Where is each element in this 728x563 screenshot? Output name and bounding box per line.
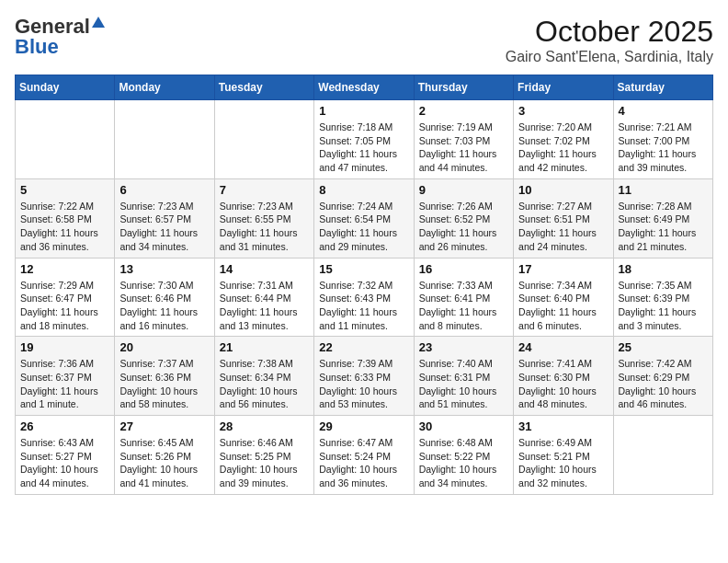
day-number: 13 <box>119 262 209 276</box>
calendar-cell: 25Sunrise: 7:42 AM Sunset: 6:29 PM Dayli… <box>613 337 712 416</box>
day-number: 17 <box>518 262 608 276</box>
calendar-cell: 11Sunrise: 7:28 AM Sunset: 6:49 PM Dayli… <box>613 178 712 258</box>
day-info: Sunrise: 7:35 AM Sunset: 6:39 PM Dayligh… <box>619 279 708 333</box>
day-info: Sunrise: 6:43 AM Sunset: 5:27 PM Dayligh… <box>20 436 109 490</box>
day-number: 2 <box>419 104 508 118</box>
weekday-header-sunday: Sunday <box>16 75 115 100</box>
day-info: Sunrise: 7:27 AM Sunset: 6:51 PM Dayligh… <box>518 200 608 254</box>
day-info: Sunrise: 7:23 AM Sunset: 6:57 PM Dayligh… <box>119 200 209 254</box>
day-number: 20 <box>119 340 209 354</box>
calendar-cell: 30Sunrise: 6:48 AM Sunset: 5:22 PM Dayli… <box>414 416 513 495</box>
calendar-cell: 10Sunrise: 7:27 AM Sunset: 6:51 PM Dayli… <box>514 178 613 258</box>
day-number: 28 <box>220 419 309 433</box>
day-info: Sunrise: 7:37 AM Sunset: 6:36 PM Dayligh… <box>119 357 209 411</box>
calendar-header: SundayMondayTuesdayWednesdayThursdayFrid… <box>16 75 713 100</box>
calendar-cell: 26Sunrise: 6:43 AM Sunset: 5:27 PM Dayli… <box>16 416 115 495</box>
calendar-cell: 18Sunrise: 7:35 AM Sunset: 6:39 PM Dayli… <box>613 258 712 337</box>
calendar-cell: 6Sunrise: 7:23 AM Sunset: 6:57 PM Daylig… <box>115 178 214 258</box>
day-info: Sunrise: 7:39 AM Sunset: 6:33 PM Dayligh… <box>319 357 408 411</box>
day-info: Sunrise: 7:40 AM Sunset: 6:31 PM Dayligh… <box>419 357 508 411</box>
day-number: 18 <box>619 262 708 276</box>
calendar-cell: 2Sunrise: 7:19 AM Sunset: 7:03 PM Daylig… <box>414 100 513 179</box>
calendar-cell: 28Sunrise: 6:46 AM Sunset: 5:25 PM Dayli… <box>214 416 313 495</box>
day-number: 12 <box>20 262 109 276</box>
calendar-week-3: 12Sunrise: 7:29 AM Sunset: 6:47 PM Dayli… <box>16 258 713 337</box>
logo-blue-text: Blue <box>15 35 59 59</box>
day-number: 11 <box>619 183 708 197</box>
day-info: Sunrise: 7:22 AM Sunset: 6:58 PM Dayligh… <box>20 200 109 254</box>
logo: General Blue <box>15 15 107 59</box>
day-info: Sunrise: 7:34 AM Sunset: 6:40 PM Dayligh… <box>518 279 608 333</box>
calendar-cell <box>613 416 712 495</box>
calendar-week-5: 26Sunrise: 6:43 AM Sunset: 5:27 PM Dayli… <box>16 416 713 495</box>
calendar-cell: 19Sunrise: 7:36 AM Sunset: 6:37 PM Dayli… <box>16 337 115 416</box>
weekday-header-saturday: Saturday <box>613 75 712 100</box>
day-info: Sunrise: 7:20 AM Sunset: 7:02 PM Dayligh… <box>518 121 608 175</box>
calendar-cell: 15Sunrise: 7:32 AM Sunset: 6:43 PM Dayli… <box>314 258 414 337</box>
day-info: Sunrise: 7:38 AM Sunset: 6:34 PM Dayligh… <box>220 357 309 411</box>
calendar-cell: 20Sunrise: 7:37 AM Sunset: 6:36 PM Dayli… <box>115 337 214 416</box>
calendar-cell: 16Sunrise: 7:33 AM Sunset: 6:41 PM Dayli… <box>414 258 513 337</box>
day-number: 6 <box>119 183 209 197</box>
calendar-cell: 13Sunrise: 7:30 AM Sunset: 6:46 PM Dayli… <box>115 258 214 337</box>
calendar-cell: 31Sunrise: 6:49 AM Sunset: 5:21 PM Dayli… <box>514 416 613 495</box>
calendar-cell: 24Sunrise: 7:41 AM Sunset: 6:30 PM Dayli… <box>514 337 613 416</box>
calendar-body: 1Sunrise: 7:18 AM Sunset: 7:05 PM Daylig… <box>16 100 713 495</box>
location-title: Gairo Sant'Elena, Sardinia, Italy <box>506 49 713 65</box>
day-info: Sunrise: 6:47 AM Sunset: 5:24 PM Dayligh… <box>319 436 408 490</box>
calendar-week-2: 5Sunrise: 7:22 AM Sunset: 6:58 PM Daylig… <box>16 178 713 258</box>
calendar-cell <box>115 100 214 179</box>
weekday-header-tuesday: Tuesday <box>214 75 313 100</box>
calendar-cell: 29Sunrise: 6:47 AM Sunset: 5:24 PM Dayli… <box>314 416 414 495</box>
calendar-cell: 27Sunrise: 6:45 AM Sunset: 5:26 PM Dayli… <box>115 416 214 495</box>
day-info: Sunrise: 6:45 AM Sunset: 5:26 PM Dayligh… <box>119 436 209 490</box>
day-info: Sunrise: 7:32 AM Sunset: 6:43 PM Dayligh… <box>319 279 408 333</box>
title-block: October 2025 Gairo Sant'Elena, Sardinia,… <box>506 15 713 65</box>
logo-triangle-icon <box>92 17 105 28</box>
day-info: Sunrise: 7:30 AM Sunset: 6:46 PM Dayligh… <box>119 279 209 333</box>
day-number: 7 <box>220 183 309 197</box>
calendar-cell: 7Sunrise: 7:23 AM Sunset: 6:55 PM Daylig… <box>214 178 313 258</box>
day-number: 8 <box>319 183 408 197</box>
day-number: 3 <box>518 104 608 118</box>
day-number: 29 <box>319 419 408 433</box>
month-title: October 2025 <box>506 15 713 49</box>
day-number: 10 <box>518 183 608 197</box>
calendar-cell: 22Sunrise: 7:39 AM Sunset: 6:33 PM Dayli… <box>314 337 414 416</box>
weekday-header-friday: Friday <box>514 75 613 100</box>
day-info: Sunrise: 7:18 AM Sunset: 7:05 PM Dayligh… <box>319 121 408 175</box>
day-number: 23 <box>419 340 508 354</box>
day-number: 1 <box>319 104 408 118</box>
page-header: General Blue October 2025 Gairo Sant'Ele… <box>15 15 713 65</box>
calendar-cell: 1Sunrise: 7:18 AM Sunset: 7:05 PM Daylig… <box>314 100 414 179</box>
calendar-cell <box>214 100 313 179</box>
day-info: Sunrise: 7:19 AM Sunset: 7:03 PM Dayligh… <box>419 121 508 175</box>
day-number: 19 <box>20 340 109 354</box>
day-number: 4 <box>619 104 708 118</box>
day-info: Sunrise: 6:49 AM Sunset: 5:21 PM Dayligh… <box>518 436 608 490</box>
day-number: 16 <box>419 262 508 276</box>
calendar-cell: 23Sunrise: 7:40 AM Sunset: 6:31 PM Dayli… <box>414 337 513 416</box>
day-info: Sunrise: 7:29 AM Sunset: 6:47 PM Dayligh… <box>20 279 109 333</box>
calendar-cell: 21Sunrise: 7:38 AM Sunset: 6:34 PM Dayli… <box>214 337 313 416</box>
day-number: 5 <box>20 183 109 197</box>
calendar-cell: 5Sunrise: 7:22 AM Sunset: 6:58 PM Daylig… <box>16 178 115 258</box>
calendar-cell: 3Sunrise: 7:20 AM Sunset: 7:02 PM Daylig… <box>514 100 613 179</box>
day-number: 24 <box>518 340 608 354</box>
weekday-header-monday: Monday <box>115 75 214 100</box>
calendar-cell: 12Sunrise: 7:29 AM Sunset: 6:47 PM Dayli… <box>16 258 115 337</box>
calendar-table: SundayMondayTuesdayWednesdayThursdayFrid… <box>15 75 713 495</box>
day-number: 21 <box>220 340 309 354</box>
day-info: Sunrise: 7:28 AM Sunset: 6:49 PM Dayligh… <box>619 200 708 254</box>
day-number: 9 <box>419 183 508 197</box>
day-number: 30 <box>419 419 508 433</box>
weekday-header-thursday: Thursday <box>414 75 513 100</box>
day-info: Sunrise: 7:23 AM Sunset: 6:55 PM Dayligh… <box>220 200 309 254</box>
calendar-week-4: 19Sunrise: 7:36 AM Sunset: 6:37 PM Dayli… <box>16 337 713 416</box>
calendar-cell: 4Sunrise: 7:21 AM Sunset: 7:00 PM Daylig… <box>613 100 712 179</box>
day-number: 31 <box>518 419 608 433</box>
day-info: Sunrise: 6:46 AM Sunset: 5:25 PM Dayligh… <box>220 436 309 490</box>
day-number: 27 <box>119 419 209 433</box>
calendar-cell: 8Sunrise: 7:24 AM Sunset: 6:54 PM Daylig… <box>314 178 414 258</box>
day-info: Sunrise: 7:42 AM Sunset: 6:29 PM Dayligh… <box>619 357 708 411</box>
